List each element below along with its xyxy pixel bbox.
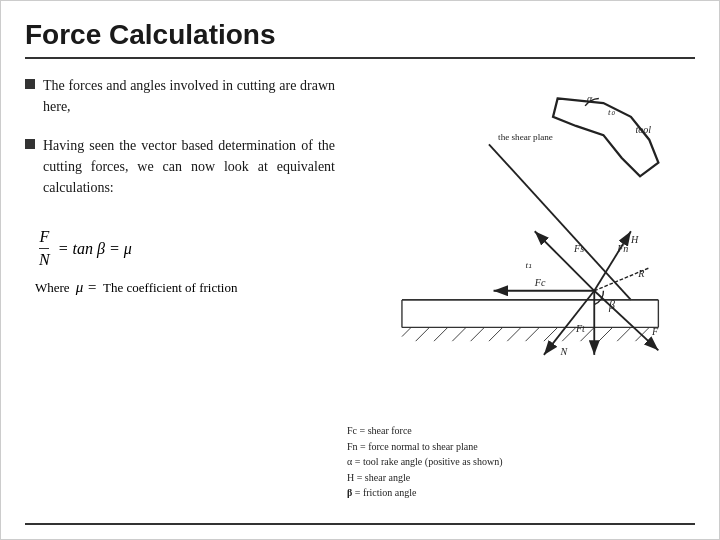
- bullet-item-2: Having seen the vector based determinati…: [25, 135, 335, 198]
- svg-line-5: [402, 327, 411, 336]
- svg-line-0: [489, 144, 631, 300]
- h-label: H: [630, 234, 639, 245]
- svg-line-11: [507, 327, 521, 341]
- svg-line-17: [617, 327, 631, 341]
- bullet-text-2: Having seen the vector based determinati…: [43, 135, 335, 198]
- svg-line-7: [434, 327, 448, 341]
- alpha-label: α: [587, 93, 593, 104]
- svg-line-21: [594, 231, 631, 291]
- ft-label: Ft: [575, 323, 585, 334]
- fc-label: Fc: [534, 277, 546, 288]
- svg-line-9: [471, 327, 485, 341]
- legend-line-3: α = tool rake angle (positive as shown): [347, 454, 695, 470]
- formula-area: F N = tan β = μ Where μ = The coefficien…: [25, 228, 335, 296]
- left-text-column: The forces and angles involved in cuttin…: [25, 75, 335, 501]
- formula-equals: = tan β = μ: [58, 240, 132, 258]
- title-bar: Force Calculations: [25, 19, 695, 59]
- tool-label: tool: [635, 124, 651, 135]
- formula-fraction: F N: [39, 228, 50, 269]
- t0-label: t₀: [608, 107, 616, 117]
- fn-label: Fn: [616, 243, 628, 254]
- f-label: F: [651, 326, 659, 337]
- formula-numerator: F: [39, 228, 49, 249]
- n-label: N: [559, 346, 568, 357]
- coefficient-text: The coefficient of friction: [103, 280, 237, 296]
- slide-title: Force Calculations: [25, 19, 276, 50]
- bullet-square-2: [25, 139, 35, 149]
- where-label: Where: [35, 280, 70, 296]
- beta-label: β: [608, 298, 615, 312]
- svg-line-10: [489, 327, 503, 341]
- formula-denominator: N: [39, 249, 50, 269]
- shear-plane-label: the shear plane: [498, 132, 553, 142]
- bullet-text-1: The forces and angles involved in cuttin…: [43, 75, 335, 117]
- svg-line-16: [599, 327, 613, 341]
- legend-box: Fc = shear force Fn = force normal to sh…: [347, 423, 695, 501]
- tool-shape: [553, 98, 658, 176]
- where-line: Where μ = The coefficient of friction: [35, 279, 335, 296]
- svg-line-12: [526, 327, 540, 341]
- content-area: The forces and angles involved in cuttin…: [25, 75, 695, 501]
- r-label: R: [637, 268, 644, 279]
- svg-line-8: [452, 327, 466, 341]
- legend-line-1: Fc = shear force: [347, 423, 695, 439]
- svg-line-6: [416, 327, 430, 341]
- bottom-divider: [25, 523, 695, 525]
- formula-line: F N = tan β = μ: [35, 228, 335, 269]
- mu-eq: μ =: [76, 279, 97, 296]
- right-diagram: tool α t₀ t₁ the shear plane: [347, 75, 695, 501]
- legend-line-2: Fn = force normal to shear plane: [347, 439, 695, 455]
- bullet-item-1: The forces and angles involved in cuttin…: [25, 75, 335, 117]
- legend-line-5: β = friction angle: [347, 485, 695, 501]
- t1-label: t₁: [526, 260, 533, 270]
- fs-label: Fs: [573, 243, 584, 254]
- legend-line-4: H = shear angle: [347, 470, 695, 486]
- bullet-square-1: [25, 79, 35, 89]
- force-diagram-svg: tool α t₀ t₁ the shear plane: [347, 75, 695, 415]
- slide: Force Calculations The forces and angles…: [0, 0, 720, 540]
